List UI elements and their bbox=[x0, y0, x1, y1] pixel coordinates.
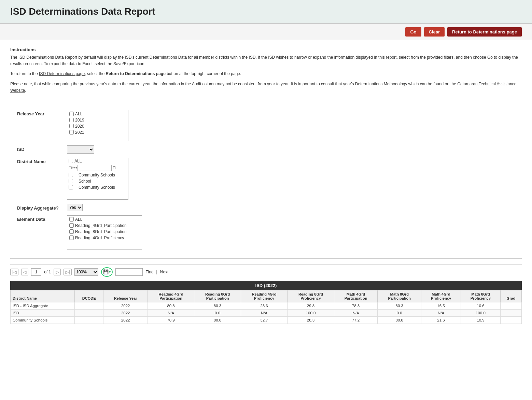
district-school-checkbox[interactable] bbox=[69, 179, 73, 183]
element-r4prof[interactable]: Reading_4Grd_Proficiency bbox=[68, 235, 141, 241]
district-all-checkbox[interactable] bbox=[69, 159, 73, 163]
release-year-all-checkbox[interactable] bbox=[69, 112, 74, 116]
cell-m4prof: 16.5 bbox=[421, 302, 461, 309]
cell-grad bbox=[500, 302, 521, 309]
release-year-row: Release Year ALL 2019 2020 2021 bbox=[17, 110, 522, 141]
isd-determinations-link[interactable]: ISD Determinations page bbox=[39, 71, 85, 76]
zoom-select[interactable]: 50% 75% 100% 125% 150% bbox=[74, 268, 98, 276]
col-dcode: DCODE bbox=[74, 290, 103, 302]
district-name-label: District Name bbox=[17, 158, 61, 164]
release-year-2019[interactable]: 2019 bbox=[68, 117, 127, 123]
go-button[interactable]: Go bbox=[405, 27, 421, 37]
district-filter-input[interactable] bbox=[78, 165, 112, 171]
find-next-button[interactable]: Next bbox=[160, 270, 169, 274]
element-r4prof-checkbox[interactable] bbox=[69, 235, 74, 240]
release-year-control: ALL 2019 2020 2021 bbox=[67, 110, 128, 141]
element-data-label: Element Data bbox=[17, 215, 61, 222]
district-all-item[interactable]: ALL bbox=[67, 158, 128, 164]
instructions-para3: Please note, that while comparing the pr… bbox=[10, 81, 522, 94]
isd-select[interactable] bbox=[67, 145, 94, 154]
next-page-button[interactable]: ▷ bbox=[54, 269, 61, 275]
display-aggregate-row: Display Aggregate? Yes No bbox=[17, 204, 522, 211]
element-all-checkbox[interactable] bbox=[69, 217, 74, 222]
save-export-button[interactable]: 💾 bbox=[101, 267, 113, 277]
para3-suffix: . bbox=[25, 88, 26, 93]
page-number-input[interactable] bbox=[31, 268, 41, 276]
element-r4p-checkbox[interactable] bbox=[69, 223, 74, 228]
data-table: District Name DCODE Release Year Reading… bbox=[10, 290, 522, 324]
release-year-all[interactable]: ALL bbox=[68, 111, 127, 117]
release-year-label: Release Year bbox=[17, 110, 61, 116]
isd-control bbox=[67, 145, 94, 154]
toolbar: Go Clear Return to Determinations page bbox=[0, 24, 532, 40]
table-body: ISD - ISD Aggregate202280.880.323.629.87… bbox=[11, 302, 522, 324]
cell-grad bbox=[500, 309, 521, 316]
release-year-2020-checkbox[interactable] bbox=[69, 124, 74, 128]
clear-button[interactable]: Clear bbox=[424, 27, 445, 37]
find-label: Find bbox=[145, 270, 153, 274]
cell-r8p: 80.3 bbox=[194, 302, 241, 309]
col-m4p: Math 4GrdParticipation bbox=[334, 290, 378, 302]
district-community-schools-2-checkbox[interactable] bbox=[69, 185, 73, 189]
cell-district_name: ISD - ISD Aggregate bbox=[11, 302, 75, 309]
cell-m4p: 78.3 bbox=[334, 302, 378, 309]
pagination-bar: |◁ ◁ of 1 ▷ ▷| 50% 75% 100% 125% 150% 💾 … bbox=[10, 264, 522, 280]
element-r4p[interactable]: Reading_4Grd_Participation bbox=[68, 223, 141, 229]
element-data-listbox[interactable]: ALL Reading_4Grd_Participation Reading_8… bbox=[67, 215, 142, 249]
district-list: Community Schools School Community Schoo… bbox=[67, 172, 128, 199]
cell-m8p: 80.3 bbox=[378, 302, 421, 309]
divider-2 bbox=[10, 258, 522, 259]
district-community-schools-1[interactable]: Community Schools bbox=[67, 172, 128, 178]
isd-label: ISD bbox=[17, 145, 61, 152]
element-all[interactable]: ALL bbox=[68, 216, 141, 223]
main-content: Instructions The ISD Determinations Data… bbox=[0, 40, 532, 331]
cell-m4p: 77.2 bbox=[334, 316, 378, 324]
district-name-row: District Name ALL Filter 🗒 Community Sch… bbox=[17, 158, 522, 200]
cell-m4p: N/A bbox=[334, 309, 378, 316]
para3-prefix: Please note, that while comparing the pr… bbox=[10, 82, 457, 86]
col-r8p: Reading 8GrdParticipation bbox=[194, 290, 241, 302]
element-data-row: Element Data ALL Reading_4Grd_Participat… bbox=[17, 215, 522, 249]
cell-r4p: 80.8 bbox=[148, 302, 194, 309]
para2-suffix: button at the top-right corner of the pa… bbox=[166, 71, 241, 76]
district-community-schools-2[interactable]: Community Schools bbox=[67, 184, 128, 190]
col-r4p: Reading 4GrdParticipation bbox=[148, 290, 194, 302]
element-r8p[interactable]: Reading_8Grd_Participation bbox=[68, 229, 141, 235]
element-r8p-checkbox[interactable] bbox=[69, 229, 74, 234]
district-filter-row: Filter 🗒 bbox=[67, 164, 128, 172]
col-district-name: District Name bbox=[11, 290, 75, 302]
district-school[interactable]: School bbox=[67, 178, 128, 184]
release-year-listbox[interactable]: ALL 2019 2020 2021 bbox=[67, 110, 128, 141]
col-m4prof: Math 4GrdProficiency bbox=[421, 290, 461, 302]
prev-page-button[interactable]: ◁ bbox=[21, 269, 28, 275]
return-button[interactable]: Return to Determinations page bbox=[447, 27, 522, 37]
release-year-2020[interactable]: 2020 bbox=[68, 123, 127, 129]
first-page-button[interactable]: |◁ bbox=[10, 269, 18, 275]
release-year-2019-checkbox[interactable] bbox=[69, 118, 74, 122]
cell-district_name: Community Schools bbox=[11, 316, 75, 324]
cell-r4prof: 23.6 bbox=[241, 302, 287, 309]
table-row: ISD - ISD Aggregate202280.880.323.629.87… bbox=[11, 302, 522, 309]
cell-m8prof: 10.6 bbox=[461, 302, 500, 309]
para2-prefix: To return to the bbox=[10, 71, 39, 76]
cell-release_year: 2022 bbox=[103, 309, 148, 316]
display-aggregate-label: Display Aggregate? bbox=[17, 204, 61, 211]
cell-release_year: 2022 bbox=[103, 316, 148, 324]
cell-m8p: 80.0 bbox=[378, 316, 421, 324]
release-year-2021-checkbox[interactable] bbox=[69, 130, 74, 134]
find-input[interactable] bbox=[115, 268, 143, 276]
district-community-schools-1-checkbox[interactable] bbox=[69, 173, 73, 177]
divider-1 bbox=[10, 101, 522, 101]
table-row: ISD2022N/A0.0N/A100.0N/A0.0N/A100.0 bbox=[11, 309, 522, 316]
release-year-2021[interactable]: 2021 bbox=[68, 129, 127, 135]
cell-release_year: 2022 bbox=[103, 302, 148, 309]
col-r8prof: Reading 8GrdProficiency bbox=[288, 290, 334, 302]
page-title: ISD Determinations Data Report bbox=[10, 6, 522, 17]
display-aggregate-select[interactable]: Yes No bbox=[67, 204, 83, 211]
para2-bold: Return to Determinations page bbox=[106, 71, 166, 76]
col-r4prof: Reading 4GrdProficiency bbox=[241, 290, 287, 302]
table-title: ISD (2022) bbox=[10, 281, 522, 290]
table-row: Community Schools202278.980.032.728.377.… bbox=[11, 316, 522, 324]
col-m8prof: Math 8GrdProficiency bbox=[461, 290, 500, 302]
last-page-button[interactable]: ▷| bbox=[64, 269, 72, 275]
